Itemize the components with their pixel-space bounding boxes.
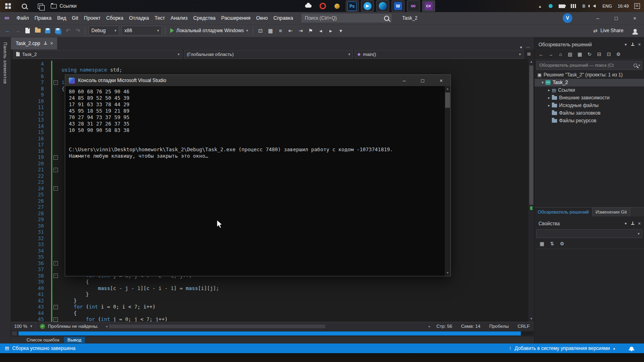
refresh-button[interactable]: ↻: [585, 50, 594, 58]
column-indicator[interactable]: Симв: 14: [457, 324, 485, 329]
scroll-left-icon[interactable]: ◂: [104, 325, 109, 328]
menu-item-2[interactable]: Правка: [32, 12, 54, 24]
scrollbar-thumb[interactable]: [109, 325, 326, 328]
navigate-backward-button[interactable]: ←: [2, 26, 12, 35]
active-files-chevron-icon[interactable]: ▾: [520, 45, 522, 49]
show-all-files-button[interactable]: ⊡: [605, 50, 613, 58]
menu-item-7[interactable]: Отладка: [126, 12, 152, 24]
pending-changes-filter-button[interactable]: ▦: [576, 50, 584, 58]
open-file-button[interactable]: [33, 26, 43, 35]
tree-item-3[interactable]: ▸Исходные файлы: [535, 102, 644, 109]
prev-bookmark-button[interactable]: ◂: [316, 26, 326, 35]
indent-increase-button[interactable]: ⇥: [295, 26, 305, 35]
debug-console-window[interactable]: Консоль отладки Microsoft Visual Studio …: [65, 74, 451, 276]
navigate-forward-button[interactable]: →: [12, 26, 23, 35]
scroll-up-icon[interactable]: ▲: [528, 59, 534, 65]
scroll-corner[interactable]: [12, 331, 17, 335]
line-indicator[interactable]: Стр: 56: [432, 324, 456, 329]
scrollbar-thumb[interactable]: [529, 66, 533, 205]
pin-icon[interactable]: [43, 41, 47, 45]
chevron-down-icon[interactable]: ▾: [625, 42, 627, 47]
attach-to-process-button[interactable]: ⊡: [255, 26, 265, 35]
alphabetical-button[interactable]: ⇅: [548, 240, 556, 248]
fold-marker-icon[interactable]: -: [54, 274, 58, 278]
bookmark-button[interactable]: ⚑: [305, 26, 316, 35]
solution-search-box[interactable]: ▾: [536, 61, 642, 70]
minimize-button[interactable]: –: [395, 75, 413, 86]
live-share-button[interactable]: ⇄ Live Share: [593, 28, 638, 34]
tree-item-4[interactable]: Файлы заголовков: [535, 109, 644, 117]
menu-item-3[interactable]: Вид: [54, 12, 69, 24]
user-avatar[interactable]: V: [563, 13, 572, 23]
visual-studio-icon[interactable]: ∞: [407, 0, 420, 12]
new-file-button[interactable]: [23, 26, 33, 35]
pin-icon[interactable]: [631, 221, 634, 226]
edge-icon[interactable]: [376, 0, 389, 12]
photoshop-icon[interactable]: Ps: [346, 0, 359, 12]
fold-marker-icon[interactable]: -: [54, 317, 58, 322]
network-icon[interactable]: [571, 0, 576, 12]
menu-item-4[interactable]: Git: [69, 12, 81, 24]
close-icon[interactable]: ×: [50, 41, 53, 46]
undo-button[interactable]: ↶: [63, 26, 73, 35]
bottom-tab-2[interactable]: Вывод: [64, 337, 85, 343]
minimize-button[interactable]: –: [588, 12, 607, 24]
clock[interactable]: 16:49: [617, 0, 629, 12]
csharp-app-icon[interactable]: C#: [422, 0, 435, 12]
health-check-icon[interactable]: ✓: [40, 324, 45, 329]
bluetooth-icon[interactable]: Ƀ: [582, 0, 586, 12]
scrollbar-track[interactable]: [109, 325, 427, 328]
word-icon[interactable]: W: [392, 0, 405, 12]
fold-marker-icon[interactable]: -: [54, 168, 58, 172]
scroll-right-icon[interactable]: ▸: [427, 325, 432, 328]
toolbox-side-tab[interactable]: Панель элементов: [0, 37, 11, 343]
spaces-indicator[interactable]: Пробелы: [485, 324, 513, 329]
solution-root-row[interactable]: ▣ Решение "Task_2" (проекты: 1 из 1): [535, 71, 644, 79]
telegram-icon[interactable]: [361, 0, 374, 12]
battery-icon[interactable]: [559, 0, 565, 12]
document-tab[interactable]: Task_2.cpp ×: [11, 37, 57, 49]
links-toolbar[interactable]: Ссылки: [51, 3, 76, 9]
console-title-bar[interactable]: Консоль отладки Microsoft Visual Studio …: [65, 75, 450, 86]
menu-item-9[interactable]: Анализ: [168, 12, 190, 24]
console-body[interactable]: 80 60 68 76 25 90 4624 85 89 52 50 45 39…: [65, 86, 450, 276]
language-indicator[interactable]: ENG: [603, 0, 612, 12]
onedrive-icon[interactable]: [302, 1, 314, 11]
notifications-bell-icon[interactable]: [630, 347, 634, 350]
nav-dropdown-3[interactable]: ◆main()▾: [355, 50, 524, 59]
fold-marker-icon[interactable]: -: [54, 261, 58, 265]
chevron-right-icon[interactable]: ▸: [547, 103, 551, 107]
chevron-right-icon[interactable]: ▸: [547, 96, 551, 100]
menu-item-11[interactable]: Расширения: [218, 12, 253, 24]
pin-icon[interactable]: [631, 42, 634, 47]
solution-search-input[interactable]: [539, 62, 632, 68]
project-row[interactable]: ▾ ++ Task_2: [535, 79, 644, 86]
console-scrollbar[interactable]: ▲ ▼: [445, 86, 450, 276]
tree-item-5[interactable]: Файлы ресурсов: [535, 117, 644, 125]
save-all-button[interactable]: [53, 26, 63, 35]
volume-icon[interactable]: [592, 0, 597, 12]
fold-marker-icon[interactable]: -: [54, 80, 58, 85]
indent-decrease-button[interactable]: ⇤: [285, 26, 295, 35]
editor-horizontal-scrollbar[interactable]: ◂ ▸: [104, 322, 432, 331]
hidden-icons-chevron[interactable]: ▴: [538, 0, 543, 12]
redo-button[interactable]: ↷: [73, 26, 83, 35]
fold-marker-icon[interactable]: -: [54, 155, 58, 160]
more-options-icon[interactable]: ⋯: [526, 45, 530, 49]
menu-item-10[interactable]: Средства: [190, 12, 218, 24]
gold-app-icon[interactable]: [331, 1, 343, 11]
scrollbar-thumb[interactable]: [445, 93, 450, 108]
bookmark-menu-button[interactable]: ▾: [336, 26, 346, 35]
scroll-down-icon[interactable]: ▼: [445, 270, 450, 276]
profiler-button[interactable]: ▦: [265, 26, 275, 35]
property-pages-button[interactable]: ⚙: [558, 240, 566, 248]
fold-marker-icon[interactable]: -: [54, 186, 58, 191]
configuration-dropdown[interactable]: Debug ▾: [89, 26, 119, 35]
home-button[interactable]: ⌂: [556, 50, 565, 58]
menu-item-6[interactable]: Сборка: [103, 12, 126, 24]
properties-object-dropdown[interactable]: ▾: [536, 229, 642, 238]
chevron-down-icon[interactable]: ▾: [625, 221, 627, 226]
blue-scrollbar-thumb[interactable]: [19, 331, 521, 335]
outline-button[interactable]: ≡: [275, 26, 285, 35]
taskbar-search-button[interactable]: [16, 0, 32, 12]
